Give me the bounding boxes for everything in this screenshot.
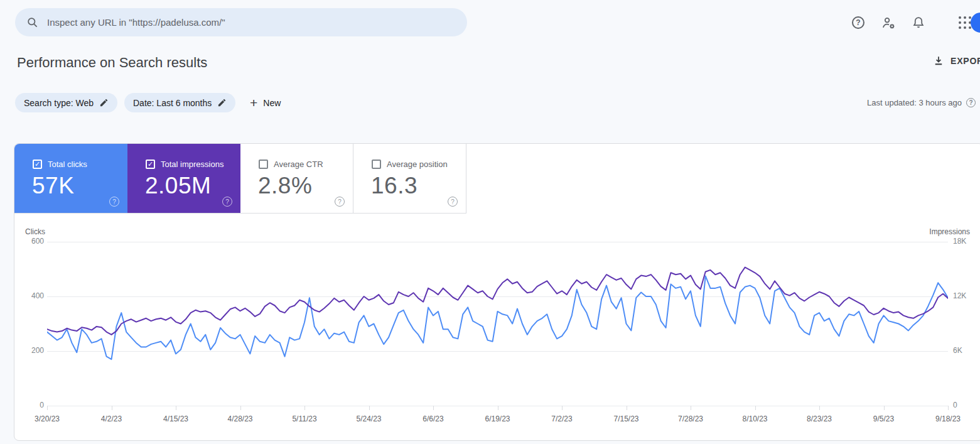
checkbox-unchecked-icon[interactable] [259,160,268,169]
new-filter-button[interactable]: + New [250,93,281,112]
checkbox-unchecked-icon[interactable] [372,160,381,169]
filter-chip-date[interactable]: Date: Last 6 months [124,93,235,112]
y-axis-tick-label: 0 [953,401,979,409]
x-axis-tick [498,406,498,410]
filter-chip-label: Date: Last 6 months [133,98,212,108]
metric-card-average-ctr[interactable]: Average CTR 2.8% ? [240,144,353,213]
metric-label: Average CTR [274,160,323,169]
export-label: EXPORT [950,56,980,66]
y-axis-tick-label: 6K [953,346,979,355]
person-gear-glyph [881,16,896,30]
metric-value: 57K [32,173,74,199]
x-axis-tick [240,406,241,410]
question-glyph: ? [852,16,864,29]
x-axis-tick-label: 4/28/23 [215,414,266,423]
x-axis-tick [369,406,370,410]
download-icon [933,55,944,67]
help-icon[interactable]: ? [448,197,458,207]
metric-card-average-position[interactable]: Average position 16.3 ? [353,144,466,213]
x-axis-tick [755,406,756,410]
x-axis-tick-label: 9/18/23 [923,414,973,423]
user-settings-icon[interactable] [873,8,903,38]
plus-icon: + [250,95,257,111]
search-icon [26,16,38,28]
new-filter-label: New [263,98,281,108]
x-axis-tick-label: 4/15/23 [151,414,201,423]
x-axis-tick [176,406,176,410]
topbar: ? [0,0,980,45]
edit-pencil-icon [99,98,109,107]
x-axis-tick-label: 7/2/23 [537,414,587,423]
last-updated: Last updated: 3 hours ago ? [867,98,976,107]
export-button[interactable]: EXPORT [933,55,980,67]
url-inspect-searchbar[interactable] [15,8,467,36]
y-axis-tick-label: 600 [0,237,44,246]
search-console-performance-page: ? [0,0,980,444]
help-icon[interactable]: ? [222,197,232,207]
x-axis-tick [819,406,820,410]
y-axis-left-title: Clicks [25,227,45,236]
y-axis-tick-label: 400 [0,291,44,300]
metric-value: 2.8% [258,173,312,199]
metric-label: Average position [387,160,448,169]
x-axis-tick [884,406,885,410]
performance-chart: Clicks Impressions 6004002000 18K12K6K0 … [0,226,980,433]
filter-chip-search-type[interactable]: Search type: Web [15,93,117,112]
x-axis-tick [691,406,691,410]
bell-glyph [912,16,925,30]
metric-label: Total clicks [48,160,87,169]
y-axis-tick-label: 200 [0,346,44,355]
y-axis-right-title: Impressions [929,227,970,236]
metric-card-total-clicks[interactable]: ✓ Total clicks 57K ? [14,144,127,213]
edit-pencil-icon [217,98,227,107]
help-icon[interactable]: ? [109,197,119,207]
x-axis-tick-label: 6/6/23 [408,414,458,423]
help-icon[interactable]: ? [843,8,873,38]
x-axis-tick-label: 6/19/23 [473,414,523,423]
help-icon[interactable]: ? [335,197,345,207]
last-updated-text: Last updated: 3 hours ago [867,98,962,107]
x-axis-tick-label: 3/20/23 [22,414,72,423]
y-axis-tick-label: 12K [953,291,979,300]
x-axis-tick [627,406,627,410]
metric-card-total-impressions[interactable]: ✓ Total impressions 2.05M ? [127,144,240,213]
filter-chip-label: Search type: Web [24,98,94,108]
url-inspect-input[interactable] [47,17,456,28]
y-axis-tick-label: 0 [0,401,44,409]
metric-row-divider [14,213,466,214]
topbar-icons: ? [843,0,980,45]
x-axis-tick [112,406,112,410]
x-axis-tick-label: 8/23/23 [794,414,844,423]
x-axis-tick [304,406,305,410]
grid-glyph [959,16,971,29]
x-axis-tick-label: 9/5/23 [859,414,909,423]
x-axis-tick-label: 4/2/23 [87,414,137,423]
x-axis-tick [47,406,48,410]
metric-value: 16.3 [371,173,417,199]
x-axis-tick [948,406,949,410]
x-axis-tick-label: 7/28/23 [665,414,716,423]
metric-label: Total impressions [161,160,223,169]
checkbox-checked-icon[interactable]: ✓ [146,160,155,169]
y-axis-tick-label: 18K [953,237,979,246]
x-axis-tick [433,406,434,410]
x-axis-tick [562,406,563,410]
x-axis-tick-label: 8/10/23 [730,414,780,423]
metric-value: 2.05M [145,173,211,199]
performance-chart-svg[interactable] [47,242,948,406]
x-axis-tick-label: 5/24/23 [344,414,394,423]
page-title: Performance on Search results [17,55,207,71]
impressions-line [47,268,948,335]
checkbox-checked-icon[interactable]: ✓ [33,160,42,169]
help-icon[interactable]: ? [966,98,976,107]
x-axis-tick-label: 7/15/23 [601,414,652,423]
notifications-bell-icon[interactable] [903,8,934,38]
x-axis-tick-label: 5/11/23 [279,414,330,423]
